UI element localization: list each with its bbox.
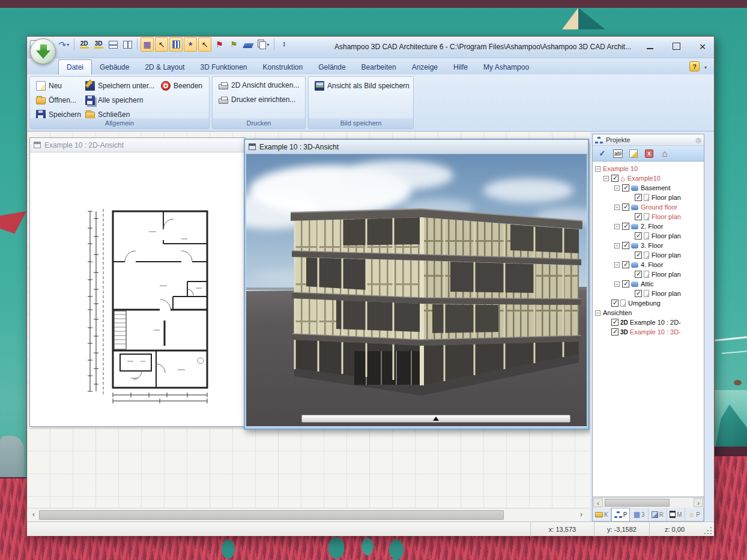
tab-bearbeiten[interactable]: Bearbeiten	[354, 60, 404, 74]
tree-item-ansichten[interactable]: Ansichten	[593, 308, 704, 318]
window-3d-view[interactable]: Example 10 : 3D-Ansicht	[244, 139, 589, 430]
checkbox[interactable]	[635, 251, 642, 259]
projects-panel-header[interactable]: Projekte ◎	[593, 134, 704, 146]
expander-icon[interactable]	[614, 262, 620, 268]
checkbox[interactable]	[622, 242, 629, 249]
tab-konstruktion[interactable]: Konstruktion	[255, 60, 311, 74]
tree-item-floorplan[interactable]: Floor plan	[593, 193, 704, 202]
tab-gelaende[interactable]: Gelände	[310, 60, 353, 74]
tree-item-building[interactable]: ⌂Example10	[593, 173, 704, 183]
tab-my-ashampoo[interactable]: My Ashampoo	[476, 60, 537, 74]
rename-icon[interactable]: abl	[613, 149, 623, 158]
checkbox[interactable]	[635, 232, 642, 239]
exit-button[interactable]: Beenden	[161, 81, 202, 91]
save-all-button[interactable]: Alle speichern	[85, 95, 143, 105]
workspace-horizontal-scrollbar[interactable]: ‹ ›	[27, 508, 590, 521]
tree-item-floor[interactable]: Attic	[593, 279, 704, 289]
chevron-down-icon[interactable]: ▾	[704, 65, 707, 70]
3d-rotation-slider[interactable]	[301, 415, 570, 423]
qat-overflow-button[interactable]: ▾▾	[277, 37, 291, 52]
tree-item-view-3d[interactable]: 3DExample 10 : 3D-	[593, 327, 704, 337]
pattern-flag-button[interactable]: ⚑	[227, 37, 240, 52]
help-icon[interactable]: ?	[689, 61, 700, 71]
tree-item-floorplan[interactable]: Floor plan	[593, 289, 704, 298]
expander-icon[interactable]	[595, 310, 600, 316]
columns-toggle-button[interactable]	[169, 37, 183, 52]
new-button[interactable]: Neu	[36, 81, 62, 91]
tab-hilfe[interactable]: Hilfe	[446, 60, 476, 74]
tab-projekte[interactable]: P	[611, 508, 631, 521]
tree-item-floorplan[interactable]: Floor plan	[593, 212, 704, 221]
snap-toggle-button[interactable]: *	[184, 37, 197, 52]
edit-properties-icon[interactable]	[629, 149, 638, 158]
resize-grip[interactable]	[704, 526, 712, 534]
tree-item-floor[interactable]: 3. Floor	[593, 241, 704, 250]
split-horizontal-button[interactable]	[106, 37, 119, 52]
tab-2d-layout[interactable]: 2D & Layout	[137, 60, 192, 74]
checkbox[interactable]	[611, 175, 618, 182]
cursor-toggle-button[interactable]: ↖	[198, 37, 211, 52]
scroll-left-icon[interactable]: ‹	[593, 498, 603, 507]
redo-button[interactable]: ↷▾	[57, 37, 71, 52]
title-bar[interactable]: Ashampoo 3D CAD Architecture 6 - C:\Prog…	[27, 37, 714, 58]
3d-window-title-bar[interactable]: Example 10 : 3D-Ansicht	[245, 140, 588, 154]
tab-material[interactable]: M	[667, 508, 686, 521]
tree-item-project[interactable]: Example 10	[593, 164, 704, 173]
tab-3d[interactable]: ▦3	[630, 508, 649, 521]
tab-raeume[interactable]: R	[649, 508, 667, 521]
expander-icon[interactable]	[614, 243, 620, 248]
pin-icon[interactable]: ◎	[695, 136, 701, 144]
expander-icon[interactable]	[614, 224, 620, 229]
expander-icon[interactable]	[614, 282, 620, 287]
close-file-button[interactable]: Schließen	[85, 110, 130, 119]
open-button[interactable]: Öffnen...	[36, 95, 76, 104]
tree-item-floorplan[interactable]: Floor plan	[593, 231, 704, 241]
checkbox[interactable]	[635, 213, 642, 220]
split-vertical-button[interactable]	[121, 37, 134, 52]
checkbox[interactable]	[622, 184, 629, 191]
window-2d-view[interactable]: Example 10 : 2D-Ansicht	[29, 137, 246, 427]
2d-view-button[interactable]: 2D	[77, 37, 91, 52]
tab-katalog[interactable]: K	[593, 508, 611, 521]
checkbox[interactable]	[635, 271, 642, 278]
confirm-icon[interactable]: ✓	[596, 148, 608, 160]
checkbox[interactable]	[611, 328, 618, 336]
2d-window-title-bar[interactable]: Example 10 : 2D-Ansicht	[30, 138, 245, 152]
checkbox[interactable]	[635, 194, 642, 201]
3d-render-area[interactable]	[246, 154, 587, 426]
save-as-button[interactable]: Speichern unter...	[85, 81, 154, 91]
scroll-left-icon[interactable]: ‹	[28, 510, 39, 520]
tree-item-floor[interactable]: Ground floor	[593, 202, 704, 212]
tab-plugins[interactable]: ☼P	[685, 508, 704, 521]
select-grid-toggle-button[interactable]: ↖	[155, 37, 168, 52]
scroll-right-icon[interactable]: ›	[694, 498, 703, 507]
scroll-right-icon[interactable]: ›	[576, 510, 587, 520]
tree-item-floor[interactable]: 2. Floor	[593, 221, 704, 231]
tree-item-floorplan[interactable]: Floor plan	[593, 250, 704, 260]
checkbox[interactable]	[622, 223, 629, 230]
checkbox[interactable]	[635, 290, 642, 297]
red-flag-button[interactable]: ⚑	[213, 37, 226, 52]
tab-datei[interactable]: Datei	[58, 59, 92, 74]
checkbox[interactable]	[611, 300, 618, 307]
eraser-button[interactable]	[241, 37, 255, 52]
maximize-button[interactable]	[667, 39, 685, 53]
tree-item-floor[interactable]: 4. Floor	[593, 260, 704, 269]
tab-gebaeude[interactable]: Gebäude	[92, 60, 137, 74]
new-building-icon[interactable]: ⌂	[659, 148, 671, 160]
scrollbar-thumb[interactable]	[605, 499, 670, 507]
minimize-button[interactable]	[641, 39, 659, 53]
checkbox[interactable]	[622, 203, 629, 211]
tree-item-floorplan[interactable]: Floor plan	[593, 269, 704, 279]
checkbox[interactable]	[611, 319, 618, 326]
3d-view-button[interactable]: 3D	[92, 37, 105, 52]
delete-icon[interactable]: x	[645, 149, 653, 158]
tree-item-umgebung[interactable]: Umgebung	[593, 298, 704, 308]
tree-item-view-2d[interactable]: 2DExample 10 : 2D-	[593, 318, 704, 327]
scrollbar-thumb[interactable]	[39, 510, 504, 520]
expander-icon[interactable]	[614, 205, 620, 210]
application-menu-button[interactable]	[30, 38, 56, 64]
close-button[interactable]	[694, 39, 712, 53]
expander-icon[interactable]	[595, 166, 600, 172]
expander-icon[interactable]	[603, 176, 609, 181]
